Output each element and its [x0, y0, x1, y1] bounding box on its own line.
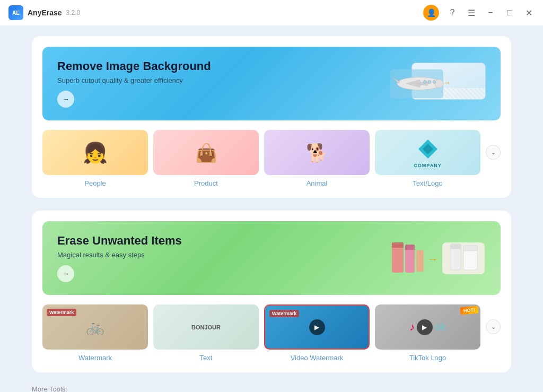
tiktok-play-icon: ▶ — [417, 319, 433, 335]
dog-figure-icon: 🐕 — [306, 142, 328, 163]
bike-figure-icon: 🚲 — [86, 318, 104, 336]
watermark-category[interactable]: Watermark 🚲 Watermark — [42, 304, 148, 362]
bag-figure-icon: 👜 — [195, 142, 217, 163]
people-category[interactable]: 👧 People — [42, 130, 148, 187]
people-thumbnail: 👧 — [42, 130, 148, 175]
maximize-button[interactable]: □ — [504, 7, 515, 19]
erase-category-row: Watermark 🚲 Watermark BONJOUR Text Water… — [42, 304, 501, 362]
section2-expand-button[interactable]: ⌄ — [486, 319, 501, 334]
play-button-icon: ▶ — [309, 319, 325, 335]
person-figure-icon: 👧 — [83, 141, 108, 164]
svg-point-7 — [428, 80, 431, 83]
close-button[interactable]: ✕ — [523, 7, 535, 19]
animal-thumbnail: 🐕 — [264, 130, 370, 175]
video-watermark-label: Video Watermark — [291, 354, 344, 362]
erase-items-banner: Erase Unwanted Items Magical results & e… — [42, 221, 501, 295]
watermark-thumbnail: Watermark 🚲 — [42, 304, 148, 350]
erase-banner-arrow-button[interactable]: → — [57, 265, 74, 282]
svg-rect-22 — [463, 246, 477, 251]
product-thumbnail: 👜 — [153, 130, 259, 175]
main-content: Remove Image Background Superb cutout qu… — [0, 25, 543, 392]
remove-background-banner: Remove Image Background Superb cutout qu… — [42, 47, 501, 120]
svg-rect-14 — [405, 248, 415, 273]
titlebar: AE AnyErase 3.2.0 👤 ? ☰ − □ ✕ — [0, 0, 543, 25]
tiktok-logo-figure: ♪ ▶ ok — [409, 319, 446, 335]
svg-rect-16 — [416, 250, 424, 272]
watermark-label: Watermark — [78, 354, 112, 362]
textlogo-category[interactable]: COMPANY Text/Logo — [375, 130, 480, 187]
tiktok-thumbnail: HOT! ♪ ▶ ok — [375, 304, 480, 350]
textlogo-label: Text/Logo — [413, 179, 442, 187]
erase-items-section: Erase Unwanted Items Magical results & e… — [32, 211, 511, 372]
svg-point-6 — [423, 80, 426, 83]
banner-arrow-button[interactable]: → — [57, 91, 74, 108]
menu-icon[interactable]: ☰ — [466, 7, 477, 19]
section1-expand-button[interactable]: ⌄ — [486, 145, 501, 160]
people-label: People — [84, 179, 106, 187]
category-row: 👧 People 👜 Product 🐕 Animal — [42, 130, 501, 187]
text-erase-label: Text — [200, 354, 213, 362]
svg-rect-20 — [450, 244, 461, 249]
svg-rect-15 — [405, 245, 415, 250]
svg-text:→: → — [427, 253, 438, 265]
remove-background-section: Remove Image Background Superb cutout qu… — [32, 36, 511, 198]
app-name: AnyErase — [28, 8, 62, 17]
more-tools-label: More Tools: — [32, 385, 511, 392]
app-logo: AE — [8, 5, 23, 20]
minimize-button[interactable]: − — [485, 7, 496, 19]
user-avatar-icon[interactable]: 👤 — [423, 5, 439, 21]
product-category[interactable]: 👜 Product — [153, 130, 259, 187]
svg-rect-21 — [463, 249, 477, 270]
svg-text:→: → — [443, 78, 451, 86]
titlebar-right: 👤 ? ☰ − □ ✕ — [423, 5, 535, 21]
airplane-svg: → — [390, 69, 459, 98]
svg-rect-19 — [450, 247, 461, 270]
hot-badge: HOT! — [460, 306, 478, 315]
app-version: 3.2.0 — [66, 9, 81, 16]
video-watermark-thumbnail: Watermark ▶ — [264, 304, 370, 350]
plane-illustration: → — [390, 63, 486, 105]
text-erase-thumbnail: BONJOUR — [153, 304, 259, 350]
text-erase-category[interactable]: BONJOUR Text — [153, 304, 259, 362]
svg-point-8 — [433, 80, 436, 83]
watermark-badge: Watermark — [47, 309, 76, 316]
erase-banner-image: → — [389, 237, 490, 280]
svg-point-4 — [435, 79, 443, 88]
titlebar-left: AE AnyErase 3.2.0 — [8, 5, 80, 20]
banner-image: → — [390, 63, 486, 105]
erase-illustration-svg: → — [389, 237, 490, 280]
textlogo-thumbnail: COMPANY — [375, 130, 480, 175]
more-tools-section: More Tools: AE Add Watermark to Image/Vi… — [32, 385, 511, 392]
video-watermark-badge: Watermark — [269, 310, 299, 317]
logo-figure-icon: COMPANY — [414, 137, 441, 168]
tiktok-category[interactable]: HOT! ♪ ▶ ok TikTok Logo — [375, 304, 480, 362]
animal-label: Animal — [306, 179, 328, 187]
video-watermark-category[interactable]: Watermark ▶ Video Watermark — [264, 304, 370, 362]
svg-rect-13 — [392, 242, 404, 248]
product-label: Product — [194, 179, 218, 187]
svg-rect-12 — [392, 245, 404, 273]
tiktok-label: TikTok Logo — [409, 354, 446, 362]
help-icon[interactable]: ? — [446, 7, 458, 19]
animal-category[interactable]: 🐕 Animal — [264, 130, 370, 187]
